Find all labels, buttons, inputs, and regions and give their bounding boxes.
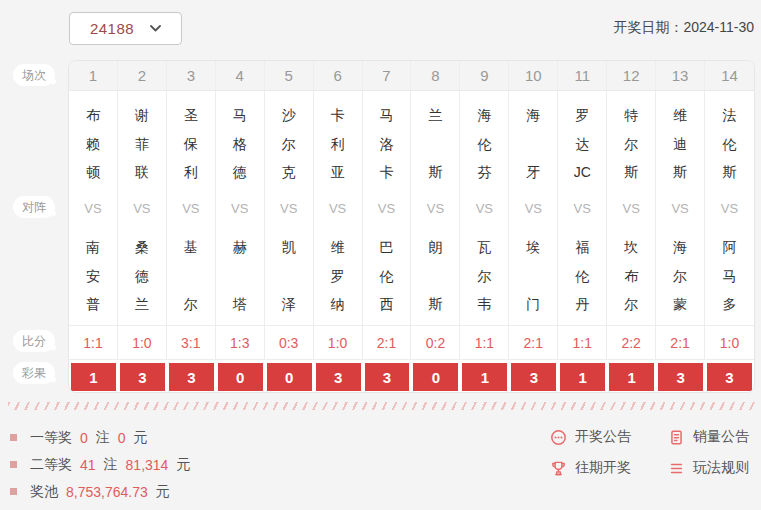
match-result-value: 3 (365, 363, 410, 391)
match-result-cell: 1 (460, 359, 509, 393)
vs-label: VS (656, 193, 705, 223)
team-name-char: 德 (233, 165, 247, 179)
quick-link-label: 往期开奖 (575, 459, 631, 477)
home-team: 圣保利 (167, 91, 216, 193)
match-result-value: 0 (267, 363, 312, 391)
match-column: 10海牙VS埃门2:13 (509, 61, 558, 393)
away-team: 赫塔 (216, 223, 265, 325)
team-name-char: 尔 (282, 137, 296, 151)
team-name-char: 南 (86, 240, 100, 254)
match-result-cell: 3 (118, 359, 167, 393)
team-name-char: 马 (380, 108, 394, 122)
match-column: 11罗达JCVS福伦丹1:11 (558, 61, 607, 393)
match-result-cell: 3 (509, 359, 558, 393)
team-name-char: 巴 (380, 240, 394, 254)
bullet-square-icon (10, 434, 17, 441)
trophy-icon (550, 460, 567, 477)
home-team: 马洛卡 (363, 91, 412, 193)
match-number: 1 (69, 61, 118, 91)
row-label-result: 彩果 (13, 362, 55, 384)
match-result-value: 1 (560, 363, 605, 391)
prize-label: 一等奖 (30, 429, 72, 447)
team-name-char: 罗 (575, 108, 589, 122)
prize-row: 一等奖0注0元 (10, 430, 198, 445)
team-name-char: 牙 (526, 165, 540, 179)
match-result-cell: 3 (656, 359, 705, 393)
team-name-char: 罗 (331, 269, 345, 283)
team-name-char: 尔 (477, 269, 491, 283)
match-result-value: 3 (511, 363, 556, 391)
team-name-char: 斯 (673, 165, 687, 179)
match-score: 1:1 (69, 325, 118, 359)
team-name-char: 布 (86, 108, 100, 122)
team-name-char: 利 (184, 165, 198, 179)
match-result-cell: 3 (363, 359, 412, 393)
away-team: 基尔 (167, 223, 216, 325)
match-result-value: 0 (413, 363, 458, 391)
team-name-char: 法 (723, 108, 737, 122)
bullet-square-icon (10, 461, 17, 468)
match-score: 1:3 (216, 325, 265, 359)
vs-label: VS (167, 193, 216, 223)
team-name-char: 尔 (673, 269, 687, 283)
vs-label: VS (558, 193, 607, 223)
team-name-char: 马 (723, 269, 737, 283)
row-label-matchup: 对阵 (13, 196, 55, 218)
quick-link[interactable]: 往期开奖 (550, 459, 652, 477)
away-team: 福伦丹 (558, 223, 607, 325)
match-result-value: 3 (120, 363, 165, 391)
prize-value: 41 (80, 457, 96, 473)
row-label-score: 比分 (13, 330, 55, 352)
match-result-cell: 3 (167, 359, 216, 393)
issue-number: 24188 (90, 20, 134, 37)
match-number: 7 (363, 61, 412, 91)
prize-value: 0 (118, 430, 126, 446)
team-name-char: 布 (624, 269, 638, 283)
away-team: 巴伦西 (363, 223, 412, 325)
row-label-session: 场次 (13, 64, 55, 86)
prize-value: 0 (80, 430, 88, 446)
team-name-char: 迪 (673, 137, 687, 151)
quick-link[interactable]: 销量公告 (668, 428, 761, 446)
quick-link-label: 销量公告 (693, 428, 749, 446)
team-name-char: 纳 (331, 297, 345, 311)
match-result-value: 1 (71, 363, 116, 391)
team-name-char: 凯 (282, 240, 296, 254)
team-name-char: 桑 (135, 240, 149, 254)
quick-link[interactable]: 开奖公告 (550, 428, 652, 446)
prize-label: 注 (104, 456, 118, 474)
match-result-cell: 1 (69, 359, 118, 393)
match-column: 9海伦芬VS瓦尔韦1:11 (460, 61, 509, 393)
team-name-char: 圣 (184, 108, 198, 122)
home-team: 特尔斯 (607, 91, 656, 193)
match-result-value: 3 (707, 363, 752, 391)
away-team: 维罗纳 (314, 223, 363, 325)
match-number: 9 (460, 61, 509, 91)
team-name-char: 斯 (428, 165, 442, 179)
match-number: 3 (167, 61, 216, 91)
away-team: 阿马多 (705, 223, 754, 325)
match-column: 14法伦斯VS阿马多1:03 (705, 61, 754, 393)
team-name-char: 赫 (233, 240, 247, 254)
team-name-char: 海 (526, 108, 540, 122)
match-column: 7马洛卡VS巴伦西2:13 (363, 61, 412, 393)
match-result-value: 1 (462, 363, 507, 391)
team-name-char: 基 (184, 240, 198, 254)
team-name-char: 卡 (380, 165, 394, 179)
team-name-char: 顿 (86, 165, 100, 179)
away-team: 桑德兰 (118, 223, 167, 325)
away-team: 南安普 (69, 223, 118, 325)
team-name-char: 瓦 (477, 240, 491, 254)
match-number: 13 (656, 61, 705, 91)
team-name-char: 伦 (575, 269, 589, 283)
team-name-char: 马 (233, 108, 247, 122)
issue-select[interactable]: 24188 (69, 12, 182, 45)
team-name-char: 多 (723, 297, 737, 311)
team-name-char: 伦 (723, 137, 737, 151)
quick-link[interactable]: 玩法规则 (668, 459, 761, 477)
vs-label: VS (411, 193, 460, 223)
team-name-char: 斯 (428, 297, 442, 311)
prize-label: 注 (96, 429, 110, 447)
match-column: 5沙尔克VS凯泽0:30 (265, 61, 314, 393)
team-name-char: 阿 (723, 240, 737, 254)
